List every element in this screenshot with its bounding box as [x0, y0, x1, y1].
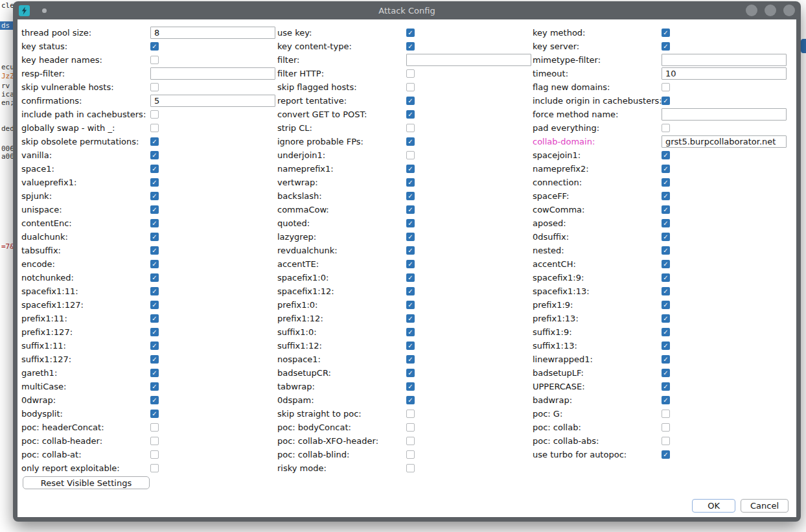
- checkbox-connection[interactable]: ✓: [662, 178, 670, 187]
- checkbox-nameprefix2[interactable]: ✓: [662, 165, 670, 173]
- input-timeout[interactable]: [662, 67, 787, 80]
- input-thread-pool-size[interactable]: [150, 27, 275, 39]
- checkbox-risky-mode[interactable]: [406, 464, 415, 472]
- checkbox-spjunk[interactable]: ✓: [150, 192, 159, 200]
- checkbox-encode[interactable]: ✓: [150, 260, 159, 268]
- checkbox-badsetupcr[interactable]: ✓: [406, 369, 415, 377]
- checkbox-skip-vulnerable-hosts[interactable]: [150, 83, 159, 91]
- checkbox-include-path-in-cachebusters[interactable]: [150, 110, 159, 119]
- checkbox-poc-collab-xfo-header[interactable]: [406, 437, 415, 445]
- checkbox-key-status[interactable]: ✓: [150, 42, 159, 51]
- checkbox-prefix1-9[interactable]: ✓: [662, 301, 670, 309]
- checkbox-suffix1-12[interactable]: ✓: [406, 341, 415, 350]
- checkbox-vertwrap[interactable]: ✓: [406, 178, 415, 187]
- checkbox-prefix1-0[interactable]: ✓: [406, 301, 415, 309]
- checkbox-poc-bodyconcat[interactable]: [406, 423, 415, 432]
- checkbox-suffix1-9[interactable]: ✓: [662, 328, 670, 336]
- input-mimetype-filter[interactable]: [662, 54, 787, 66]
- checkbox-accentte[interactable]: ✓: [406, 260, 415, 268]
- reset-visible-settings-button[interactable]: Reset Visible Settings: [23, 476, 150, 489]
- checkbox-poc-collab[interactable]: [662, 423, 670, 432]
- checkbox-spacefix1-127[interactable]: ✓: [150, 301, 159, 309]
- checkbox-filter-http[interactable]: [406, 69, 415, 78]
- checkbox-suffix1-0[interactable]: ✓: [406, 328, 415, 336]
- checkbox-multicase[interactable]: ✓: [150, 382, 159, 391]
- checkbox-contentenc[interactable]: ✓: [150, 219, 159, 227]
- checkbox-key-server[interactable]: ✓: [662, 42, 670, 51]
- titlebar[interactable]: Attack Config: [13, 1, 801, 19]
- checkbox-valueprefix1[interactable]: ✓: [150, 178, 159, 187]
- checkbox-aposed[interactable]: ✓: [662, 219, 670, 227]
- checkbox-notchunked[interactable]: ✓: [150, 273, 159, 282]
- checkbox-prefix1-13[interactable]: ✓: [662, 314, 670, 323]
- checkbox-badwrap[interactable]: ✓: [662, 396, 670, 404]
- checkbox-report-tentative[interactable]: ✓: [406, 97, 415, 105]
- checkbox-spacefix1-12[interactable]: ✓: [406, 287, 415, 295]
- checkbox-tabsuffix[interactable]: ✓: [150, 246, 159, 255]
- checkbox-tabwrap[interactable]: ✓: [406, 382, 415, 391]
- checkbox-key-content-type[interactable]: ✓: [406, 42, 415, 51]
- checkbox-spacefix1-9[interactable]: ✓: [662, 273, 670, 282]
- checkbox-spacefix1-13[interactable]: ✓: [662, 287, 670, 295]
- checkbox-use-turbo-for-autopoc[interactable]: ✓: [662, 450, 670, 459]
- checkbox-suffix1-127[interactable]: ✓: [150, 355, 159, 364]
- checkbox-prefix1-11[interactable]: ✓: [150, 314, 159, 323]
- checkbox-nameprefix1[interactable]: ✓: [406, 165, 415, 173]
- checkbox-0dsuffix[interactable]: ✓: [662, 233, 670, 241]
- checkbox-ignore-probable-fps[interactable]: ✓: [406, 137, 415, 146]
- checkbox-flag-new-domains[interactable]: [662, 83, 670, 91]
- checkbox-accentch[interactable]: ✓: [662, 260, 670, 268]
- checkbox-poc-collab-abs[interactable]: [662, 437, 670, 445]
- checkbox-gareth1[interactable]: ✓: [150, 369, 159, 377]
- checkbox-badsetuplf[interactable]: ✓: [662, 369, 670, 377]
- checkbox-skip-straight-to-poc[interactable]: [406, 410, 415, 418]
- checkbox-poc-collab-at[interactable]: [150, 450, 159, 459]
- cancel-button[interactable]: Cancel: [741, 499, 789, 513]
- window-button-3[interactable]: [783, 5, 795, 16]
- checkbox-0dwrap[interactable]: ✓: [150, 396, 159, 404]
- checkbox-strip-cl[interactable]: [406, 124, 415, 132]
- checkbox-suffix1-13[interactable]: ✓: [662, 341, 670, 350]
- input-collab-domain[interactable]: [662, 135, 787, 148]
- checkbox-linewrapped1[interactable]: ✓: [662, 355, 670, 364]
- checkbox-lazygrep[interactable]: ✓: [406, 233, 415, 241]
- checkbox-key-method[interactable]: ✓: [662, 29, 670, 37]
- checkbox-poc-headerconcat[interactable]: [150, 423, 159, 432]
- checkbox-vanilla[interactable]: ✓: [150, 151, 159, 159]
- window-button-1[interactable]: [746, 5, 757, 16]
- checkbox-uppercase[interactable]: ✓: [662, 382, 670, 391]
- input-filter[interactable]: [406, 54, 531, 66]
- input-force-method-name[interactable]: [662, 108, 787, 121]
- checkbox-only-report-exploitable[interactable]: [150, 464, 159, 472]
- checkbox-poc-g[interactable]: [662, 410, 670, 418]
- checkbox-include-origin-in-cachebusters[interactable]: ✓: [662, 97, 670, 105]
- checkbox-prefix1-12[interactable]: ✓: [406, 314, 415, 323]
- checkbox-commacow[interactable]: ✓: [406, 205, 415, 214]
- checkbox-backslash[interactable]: ✓: [406, 192, 415, 200]
- checkbox-spacejoin1[interactable]: ✓: [662, 151, 670, 159]
- checkbox-globally-swap-with[interactable]: [150, 124, 159, 132]
- checkbox-pad-everything[interactable]: [662, 124, 670, 132]
- checkbox-0dspam[interactable]: ✓: [406, 396, 415, 404]
- checkbox-suffix1-11[interactable]: ✓: [150, 341, 159, 350]
- checkbox-underjoin1[interactable]: [406, 151, 415, 159]
- checkbox-poc-collab-blind[interactable]: [406, 450, 415, 459]
- checkbox-skip-obsolete-permutations[interactable]: ✓: [150, 137, 159, 146]
- checkbox-convert-get-to-post[interactable]: ✓: [406, 110, 415, 119]
- input-resp-filter[interactable]: [150, 67, 275, 80]
- ok-button[interactable]: OK: [692, 499, 735, 513]
- checkbox-spacefix1-0[interactable]: ✓: [406, 273, 415, 282]
- checkbox-prefix1-127[interactable]: ✓: [150, 328, 159, 336]
- checkbox-skip-flagged-hosts[interactable]: [406, 83, 415, 91]
- checkbox-cowcomma[interactable]: ✓: [662, 205, 670, 214]
- checkbox-use-key[interactable]: ✓: [406, 29, 415, 37]
- checkbox-revdualchunk[interactable]: ✓: [406, 246, 415, 255]
- checkbox-nospace1[interactable]: ✓: [406, 355, 415, 364]
- checkbox-poc-collab-header[interactable]: [150, 437, 159, 445]
- input-confirmations[interactable]: [150, 95, 275, 107]
- checkbox-spacefix1-11[interactable]: ✓: [150, 287, 159, 295]
- checkbox-quoted[interactable]: ✓: [406, 219, 415, 227]
- checkbox-nested[interactable]: ✓: [662, 246, 670, 255]
- checkbox-key-header-names[interactable]: [150, 56, 159, 64]
- checkbox-unispace[interactable]: ✓: [150, 205, 159, 214]
